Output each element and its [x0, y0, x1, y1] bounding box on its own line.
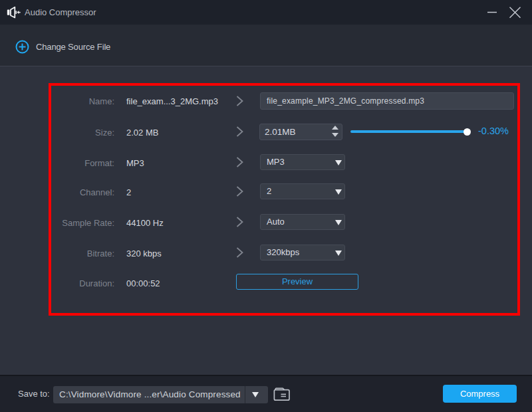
save-path-value: C:\Vidmore\Vidmore ...er\Audio Compresse… [59, 386, 243, 403]
chevron-right-icon [236, 217, 244, 227]
preview-button[interactable]: Preview [236, 274, 358, 290]
main-panel: Name: file_exam...3_2MG.mp3 file_example… [0, 66, 532, 375]
audio-compressor-window: Audio Compressor Change Source File Name… [0, 0, 532, 412]
browse-folder-button[interactable] [273, 386, 291, 403]
target-size-spinbox[interactable]: 2.01MB [259, 124, 342, 140]
chevron-right-icon [236, 247, 244, 258]
combo-arrow-icon[interactable] [252, 392, 259, 397]
size-slider[interactable] [350, 130, 475, 134]
compress-button[interactable]: Compress [443, 385, 517, 403]
dropdown-arrow-icon [335, 220, 342, 225]
minimize-button[interactable] [481, 0, 503, 25]
save-path-combo[interactable]: C:\Vidmore\Vidmore ...er\Audio Compresse… [53, 386, 268, 403]
size-value: 2.02 MB [126, 128, 158, 138]
spin-buttons [331, 124, 340, 140]
slider-track-filled [350, 130, 467, 133]
duration-value: 00:00:52 [126, 278, 160, 288]
dropdown-arrow-icon [335, 251, 342, 256]
spin-up-icon[interactable] [332, 126, 338, 130]
channel-value: 2 [126, 187, 131, 197]
output-name-input[interactable]: file_example_MP3_2MG_compressed.mp3 [260, 92, 514, 110]
window-title: Audio Compressor [25, 0, 96, 25]
format-value: MP3 [126, 158, 144, 168]
bitrate-dropdown[interactable]: 320kbps [260, 245, 345, 260]
format-selected: MP3 [267, 155, 285, 169]
bitrate-label: Bitrate: [40, 249, 114, 258]
format-label: Format: [40, 158, 114, 168]
duration-label: Duration: [40, 278, 114, 288]
combo-divider [245, 386, 245, 403]
size-label: Size: [40, 128, 114, 138]
sample-rate-label: Sample Rate: [40, 218, 114, 228]
spin-down-icon[interactable] [332, 133, 338, 137]
chevron-right-icon [236, 96, 244, 106]
sample-rate-value: 44100 Hz [126, 218, 164, 228]
sample-rate-dropdown[interactable]: Auto [260, 214, 345, 230]
sample-rate-selected: Auto [267, 215, 285, 229]
change-source-file-button[interactable]: Change Source File [36, 25, 110, 66]
save-to-label: Save to: [18, 376, 50, 412]
bitrate-value: 320 kbps [126, 249, 162, 258]
close-icon [504, 0, 527, 25]
dropdown-arrow-icon [335, 189, 342, 195]
dropdown-arrow-icon [335, 160, 342, 165]
chevron-right-icon [236, 157, 244, 167]
add-circle-icon[interactable] [15, 40, 29, 54]
compression-percent: -0.30% [478, 126, 509, 136]
format-dropdown[interactable]: MP3 [260, 154, 345, 170]
slider-handle[interactable] [464, 128, 471, 136]
chevron-right-icon [236, 186, 244, 197]
target-size-value: 2.01MB [265, 124, 296, 140]
speaker-compress-icon [7, 6, 21, 19]
name-label: Name: [40, 96, 114, 106]
minimize-icon [481, 0, 503, 25]
channel-selected: 2 [267, 184, 271, 199]
source-header: Change Source File [0, 25, 532, 66]
chevron-right-icon [236, 126, 244, 137]
name-value: file_exam...3_2MG.mp3 [126, 96, 218, 106]
bitrate-selected: 320kbps [267, 245, 299, 260]
folder-icon [273, 386, 291, 403]
close-button[interactable] [504, 0, 527, 25]
title-bar: Audio Compressor [0, 0, 532, 25]
channel-label: Channel: [40, 187, 114, 197]
channel-dropdown[interactable]: 2 [260, 183, 345, 199]
